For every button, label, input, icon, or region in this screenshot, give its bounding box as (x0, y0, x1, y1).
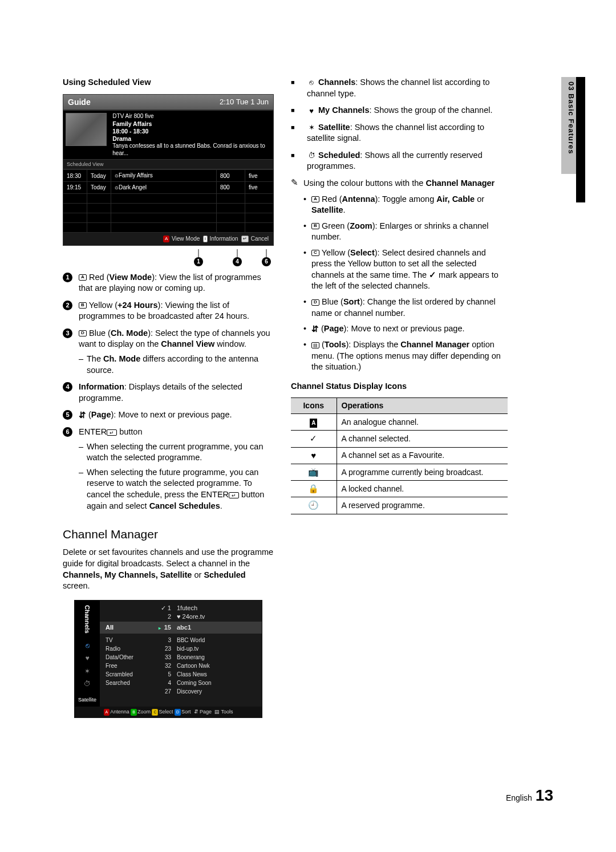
guide-schedule-table: 18:30Today⊙Family Affairs800five 19:15To… (63, 169, 274, 233)
channel-manager-intro: Delete or set favourites channels and us… (63, 547, 274, 591)
guide-panel: Guide 2:10 Tue 1 Jun DTV Air 800 five Fa… (63, 94, 274, 246)
guide-prog-genre: Drama (112, 135, 270, 143)
cm-bottom-bar: AAntenna BZoom CSelect DSort ⇵ Page ▤ To… (75, 707, 262, 717)
guide-clock: 2:10 Tue 1 Jun (220, 97, 269, 108)
guide-prog-desc: Tanya confesses all to a stunned Babs. C… (112, 143, 270, 157)
colour-button-item: (Tools): Displays the Channel Manager op… (303, 339, 508, 373)
channel-type-item: ✶ Satellite: Shows the channel list acco… (291, 122, 508, 144)
guide-prog-title: Family Affairs (112, 120, 270, 128)
colour-button-item: Red (Antenna): Toggle among Air, Cable o… (303, 194, 508, 216)
cm-satellite-label: Satellite (78, 694, 96, 707)
guide-callout-pointers: 1 4 6 (63, 249, 274, 266)
status-icons-table: IconsOperations An analogue channel.✓A c… (291, 397, 508, 514)
guide-callout-list: Red (View Mode): View the list of progra… (63, 272, 274, 512)
callout-item: Information: Displays details of the sel… (63, 382, 274, 404)
status-icons-heading: Channel Status Display Icons (291, 381, 508, 392)
callout-item: Red (View Mode): View the list of progra… (63, 272, 274, 294)
colour-buttons-note: Using the colour buttons with the Channe… (291, 178, 508, 189)
scheduled-view-heading: Using Scheduled View (63, 77, 274, 88)
channel-type-list: ⎋ Channels: Shows the channel list accor… (291, 77, 508, 172)
guide-title: Guide (68, 97, 91, 108)
channel-type-item: ⏱ Scheduled: Shows all the currently res… (291, 150, 508, 172)
channel-type-item: ⎋ Channels: Shows the channel list accor… (291, 77, 508, 99)
colour-button-item: Yellow (Select): Select desired channels… (303, 248, 508, 292)
guide-bottom-bar: A View Mode i Information ↵ Cancel (63, 233, 274, 246)
callout-item: Blue (Ch. Mode): Select the type of chan… (63, 328, 274, 376)
chapter-tab: 03 Basic Features (561, 77, 576, 174)
guide-source: DTV Air 800 five (112, 113, 270, 120)
guide-thumbnail (66, 113, 107, 146)
colour-button-item: Green (Zoom): Enlarges or shrinks a chan… (303, 221, 508, 243)
colour-button-item: Blue (Sort): Change the list ordered by … (303, 297, 508, 319)
channel-type-item: ♥ My Channels: Shows the group of the ch… (291, 105, 508, 116)
guide-prog-time: 18:00 - 18:30 (112, 128, 270, 135)
callout-item: Yellow (+24 Hours): Viewing the list of … (63, 300, 274, 322)
channel-manager-heading: Channel Manager (63, 526, 274, 542)
cm-side-icons: ⎋♥✶⏱ (84, 638, 91, 694)
page-footer: English13 (506, 785, 553, 806)
channel-manager-panel: Channels ⎋♥✶⏱ Satellite ✓ 121futech♥ 24o… (74, 600, 262, 718)
cm-side-label: Channels (83, 601, 92, 638)
callout-item: ENTER buttonWhen selecting the current p… (63, 427, 274, 512)
scheduled-view-label: Scheduled View (63, 160, 274, 169)
callout-item: (Page): Move to next or previous page. (63, 409, 274, 421)
colour-button-item: (Page): Move to next or previous page. (303, 323, 508, 335)
colour-buttons-list: Red (Antenna): Toggle among Air, Cable o… (291, 194, 508, 373)
